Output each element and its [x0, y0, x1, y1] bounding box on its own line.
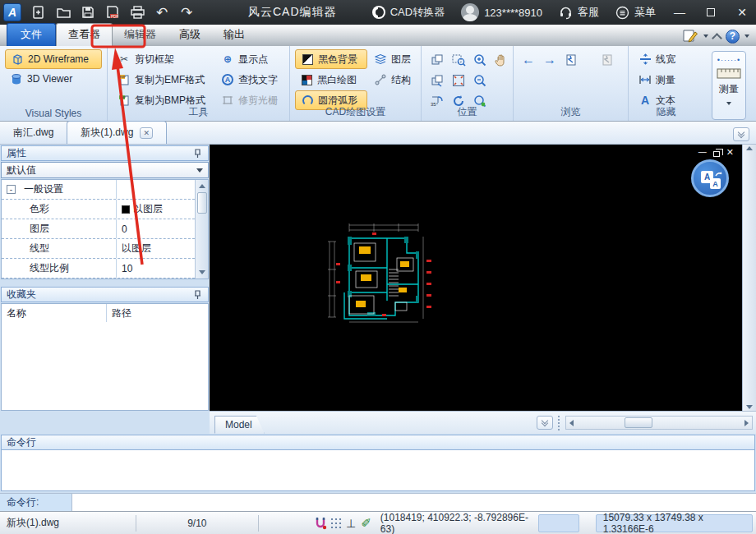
property-group-row[interactable]: - 一般设置: [2, 180, 195, 200]
ribbon-tab-row: 文件 查看器 编辑器 高级 输出 ?: [0, 25, 756, 46]
open-file-button[interactable]: [51, 0, 76, 25]
show-points-button[interactable]: ⊕ 显示点: [216, 49, 283, 69]
titlebar: A PDF ↶ ↷ 风云CAD编辑器 CAD转换器 123****8910: [0, 0, 756, 25]
pin-icon[interactable]: [194, 290, 203, 300]
save-pdf-button[interactable]: PDF: [100, 0, 125, 25]
copy-emf-button[interactable]: EMF 复制为EMF格式: [113, 70, 214, 90]
doc-tab-nanhui[interactable]: 南汇.dwg: [0, 122, 67, 144]
command-output[interactable]: [1, 450, 755, 491]
hide-linewidth-button[interactable]: 线宽: [634, 49, 698, 69]
3d-viewer-button[interactable]: 3D Viewer: [5, 69, 102, 89]
layers-button[interactable]: 图层: [369, 49, 416, 69]
layout-list-button[interactable]: [537, 416, 553, 430]
minimize-button[interactable]: —: [666, 0, 694, 25]
scroll-right-icon[interactable]: [744, 420, 749, 426]
clip-frame-button[interactable]: ✂ 剪切框架: [113, 49, 214, 69]
pin-icon[interactable]: [194, 149, 203, 159]
cad-converter-icon: [372, 6, 385, 19]
drawing-canvas[interactable]: — ✕ A A: [210, 145, 742, 411]
collapse-icon[interactable]: -: [7, 185, 16, 194]
svg-text:BMP: BMP: [120, 96, 127, 99]
edit-style-icon[interactable]: [682, 29, 698, 44]
2d-wireframe-button[interactable]: 2D Wireframe: [5, 49, 102, 69]
command-panel-header: 命令行: [1, 435, 755, 450]
page-return-disabled-icon: [597, 51, 617, 69]
group-measure-panel: •·····• 测量: [703, 46, 749, 121]
menu-button[interactable]: 菜单: [609, 0, 662, 25]
tab-output[interactable]: 输出: [212, 24, 256, 46]
paste-view-icon[interactable]: [427, 71, 447, 90]
find-text-button[interactable]: A 查找文字: [216, 70, 283, 90]
black-background-icon: [301, 53, 314, 66]
property-row-layer[interactable]: 图层 0: [2, 219, 195, 239]
hide-measure-button[interactable]: 测量: [634, 70, 698, 90]
save-button[interactable]: [76, 0, 100, 25]
cad-converter-button[interactable]: CAD转换器: [366, 0, 451, 25]
canvas-horizontal-scrollbar[interactable]: [565, 416, 753, 430]
zoom-in-icon[interactable]: [470, 51, 490, 69]
osnap-icon[interactable]: [313, 515, 328, 532]
help-dropdown[interactable]: [744, 35, 749, 38]
scroll-thumb[interactable]: [197, 192, 207, 214]
close-button[interactable]: ✕: [728, 0, 756, 25]
zoom-out-icon[interactable]: [470, 71, 490, 90]
hscroll-thumb[interactable]: [625, 417, 652, 428]
ortho-icon[interactable]: ⊥: [343, 515, 358, 532]
structure-button[interactable]: 结构: [369, 70, 416, 90]
tab-editor[interactable]: 编辑器: [113, 24, 168, 46]
account-button[interactable]: 123****8910: [454, 0, 549, 25]
zoom-window-icon[interactable]: [449, 51, 468, 69]
model-tab[interactable]: Model: [214, 416, 265, 434]
browse-back-button[interactable]: ←: [519, 53, 538, 67]
doc-restore-icon[interactable]: [713, 147, 720, 158]
properties-scrollbar[interactable]: [195, 180, 208, 279]
print-button[interactable]: [125, 0, 150, 25]
doc-close-icon[interactable]: ✕: [726, 147, 734, 158]
emf-doc-icon: EMF: [118, 73, 131, 86]
left-panel: 属性 默认值 - 一般设置 色彩 以图层: [0, 145, 210, 434]
app-logo-icon[interactable]: A: [3, 3, 21, 21]
cad-editor-window: A PDF ↶ ↷ 风云CAD编辑器 CAD转换器 123****8910: [0, 0, 756, 534]
draft-pencil-icon[interactable]: ✐: [358, 515, 373, 532]
tab-viewer[interactable]: 查看器: [56, 23, 113, 46]
tab-list-button[interactable]: [733, 127, 749, 141]
new-file-button[interactable]: [26, 0, 51, 25]
zoom-extents-icon[interactable]: [449, 71, 468, 90]
redo-button[interactable]: ↷: [174, 0, 199, 25]
preset-dropdown[interactable]: 默认值: [1, 162, 209, 178]
bw-drawing-icon: [300, 73, 313, 86]
collapse-ribbon-icon[interactable]: [712, 33, 722, 44]
color-swatch: [122, 205, 130, 214]
undo-button[interactable]: ↶: [150, 0, 174, 25]
copy-view-icon[interactable]: [427, 51, 447, 69]
support-button[interactable]: 客服: [552, 0, 606, 25]
doc-minimize-icon[interactable]: —: [698, 147, 707, 158]
translate-button[interactable]: A A: [691, 159, 729, 197]
doc-tab-close-icon[interactable]: ✕: [140, 127, 153, 139]
property-row-color[interactable]: 色彩 以图层: [2, 200, 195, 219]
command-panel: 命令行: [0, 434, 756, 493]
property-row-ltscale[interactable]: 线型比例 10: [2, 259, 195, 279]
command-input[interactable]: [72, 494, 756, 511]
bw-drawing-button[interactable]: 黑白绘图: [295, 70, 367, 90]
maximize-button[interactable]: [697, 0, 725, 25]
measure-panel-button[interactable]: •·····• 测量: [712, 51, 746, 120]
canvas-vertical-scrollbar[interactable]: [742, 145, 756, 411]
ribbon: 2D Wireframe 3D Viewer Visual Styles ✂ 剪…: [0, 46, 756, 122]
splitter-handle[interactable]: [558, 416, 562, 430]
page-return-icon[interactable]: [561, 51, 581, 69]
browse-forward-button[interactable]: →: [540, 53, 560, 67]
doc-tab-xinkuai[interactable]: 新块(1).dwg ✕: [67, 121, 167, 144]
tab-file[interactable]: 文件: [7, 23, 56, 46]
black-background-button[interactable]: 黑色背景: [295, 49, 367, 69]
favorites-list[interactable]: 名称 路径: [1, 303, 209, 411]
ruler-icon: [717, 67, 741, 80]
grid-icon[interactable]: [328, 515, 343, 532]
edit-style-dropdown[interactable]: [703, 35, 708, 38]
scroll-left-icon[interactable]: [569, 420, 574, 426]
favorites-col-path: 路径: [107, 304, 136, 322]
pan-hand-icon[interactable]: [491, 51, 511, 69]
help-button[interactable]: ?: [726, 30, 740, 44]
tab-advanced[interactable]: 高级: [168, 24, 212, 46]
property-row-linetype[interactable]: 线型 以图层: [2, 239, 195, 259]
